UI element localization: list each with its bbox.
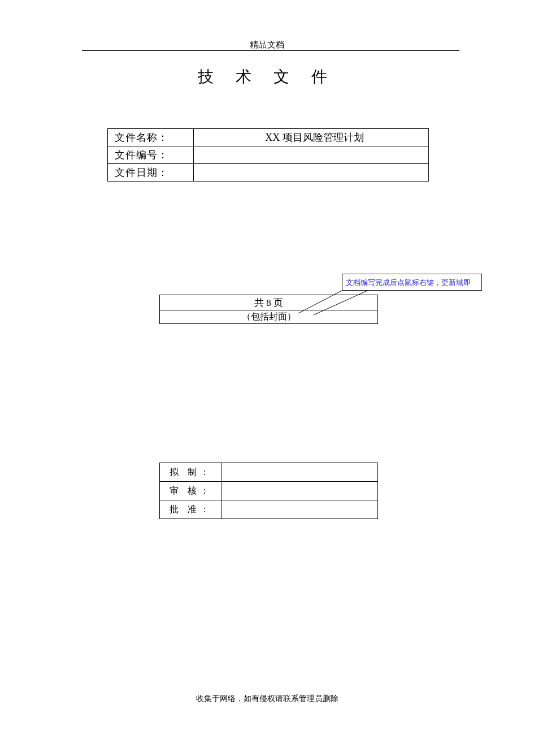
signature-label-approve: 批 准：: [160, 500, 222, 519]
page-header: 精品文档: [0, 40, 534, 50]
callout-comment: 文档编写完成后点鼠标右键，更新域即: [342, 274, 482, 291]
info-value-date: [194, 164, 429, 182]
signature-label-review: 审 核：: [160, 482, 222, 500]
signature-table: 拟 制： 审 核： 批 准：: [159, 463, 378, 519]
signature-value-draft: [222, 463, 378, 482]
signature-value-review: [222, 482, 378, 500]
table-row: 拟 制：: [160, 463, 378, 482]
page-count-table: 共 8 页 （包括封面）: [159, 295, 378, 324]
signature-value-approve: [222, 500, 378, 519]
header-rule: [82, 50, 459, 51]
table-row: 文件编号：: [108, 146, 429, 164]
document-title: 技 术 文 件: [0, 66, 534, 88]
info-label-number: 文件编号：: [108, 146, 194, 164]
table-row: 文件日期：: [108, 164, 429, 182]
table-row: 批 准：: [160, 500, 378, 519]
table-row: 共 8 页: [160, 295, 378, 310]
table-row: （包括封面）: [160, 310, 378, 324]
page-footer: 收集于网络，如有侵权请联系管理员删除: [0, 694, 534, 704]
table-row: 审 核：: [160, 482, 378, 500]
info-value-name: XX 项目风险管理计划: [194, 129, 429, 146]
signature-label-draft: 拟 制：: [160, 463, 222, 482]
info-value-number: [194, 146, 429, 164]
info-label-date: 文件日期：: [108, 164, 194, 182]
page-count-note: （包括封面）: [160, 310, 378, 324]
document-info-table: 文件名称： XX 项目风险管理计划 文件编号： 文件日期：: [107, 128, 429, 182]
page-count-total: 共 8 页: [160, 295, 378, 310]
table-row: 文件名称： XX 项目风险管理计划: [108, 129, 429, 146]
document-page: 精品文档 技 术 文 件 文件名称： XX 项目风险管理计划 文件编号： 文件日…: [0, 0, 534, 756]
info-label-name: 文件名称：: [108, 129, 194, 146]
